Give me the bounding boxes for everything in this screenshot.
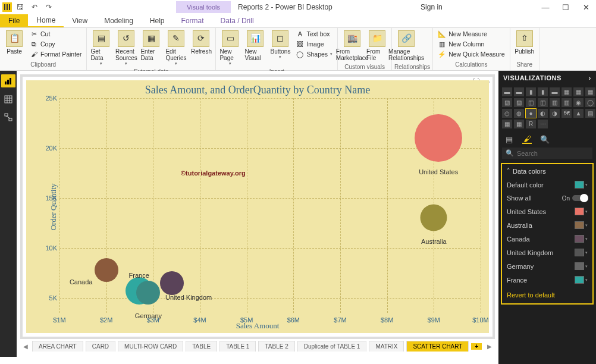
viz-type-11[interactable]: ◫	[538, 98, 548, 107]
manage-relationships-button[interactable]: 🔗Manage Relationships	[394, 29, 418, 62]
color-picker[interactable]: ▾	[575, 235, 588, 243]
color-picker[interactable]: ▾	[575, 276, 588, 284]
viz-type-2[interactable]: ▮	[526, 87, 536, 96]
text-box-button[interactable]: AText box	[293, 29, 335, 39]
data-view-button[interactable]	[2, 93, 14, 105]
viz-type-10[interactable]: ◫	[526, 98, 536, 107]
viz-type-23[interactable]: ▤	[585, 109, 595, 118]
image-button[interactable]: 🖼Image	[293, 39, 335, 49]
minimize-button[interactable]: ―	[535, 0, 556, 14]
viz-type-8[interactable]: ▨	[502, 98, 512, 107]
page-prev-button[interactable]: ◀	[21, 343, 30, 350]
viz-type-4[interactable]: ▬	[550, 87, 560, 96]
viz-type-14[interactable]: ◉	[573, 98, 584, 107]
bubble-germany[interactable]	[136, 281, 160, 305]
save-icon[interactable]: 🖫	[14, 1, 26, 13]
color-picker[interactable]: ▾	[575, 221, 588, 229]
search-input[interactable]	[517, 150, 596, 157]
viz-type-17[interactable]: ◍	[514, 109, 524, 118]
from-marketplace-button[interactable]: 🏬From Marketplace	[340, 29, 364, 62]
new-quick-measure-button[interactable]: ⚡New Quick Measure	[435, 49, 507, 59]
viz-type-21[interactable]: 🗺	[562, 109, 572, 118]
page-tab-matrix[interactable]: MATRIX	[369, 341, 404, 352]
maximize-button[interactable]: ☐	[556, 0, 576, 14]
page-tab-duplicate-of-table-1[interactable]: Duplicate of TABLE 1	[297, 341, 367, 352]
edit-queries-button[interactable]: ✎Edit Queries▾	[164, 29, 188, 67]
paste-button[interactable]: 📋 Paste	[2, 29, 26, 56]
viz-type-7[interactable]: ▦	[585, 87, 595, 96]
viz-type-3[interactable]: ▮	[538, 87, 548, 96]
viz-type-24[interactable]: ▦	[502, 120, 512, 128]
cut-button[interactable]: ✂Cut	[27, 29, 84, 39]
viz-type-0[interactable]: ▬	[502, 87, 512, 96]
color-picker[interactable]: ▾	[575, 262, 588, 270]
viz-type-20[interactable]: ◑	[550, 109, 560, 118]
page-tab-table[interactable]: TABLE	[186, 341, 217, 352]
new-measure-button[interactable]: 📐New Measure	[435, 29, 507, 39]
model-view-button[interactable]	[2, 111, 14, 123]
get-data-button[interactable]: ▤Get Data▾	[89, 29, 113, 67]
viz-type-9[interactable]: ▨	[514, 98, 524, 107]
tab-data-drill[interactable]: Data / Drill	[212, 14, 262, 27]
viz-type-27[interactable]: ⋯	[538, 120, 548, 128]
tab-home[interactable]: Home	[28, 14, 64, 27]
page-tab-scatter-chart[interactable]: SCATTER CHART	[406, 341, 469, 352]
fields-tab-icon[interactable]: ▤	[504, 134, 514, 144]
tab-file[interactable]: File	[0, 14, 28, 27]
viz-type-16[interactable]: ◴	[502, 109, 512, 118]
format-search[interactable]: 🔍	[502, 148, 592, 159]
format-painter-button[interactable]: 🖌Format Painter	[27, 49, 84, 59]
page-tab-card[interactable]: CARD	[86, 341, 115, 352]
page-tab-multi-row-card[interactable]: MULTI-ROW CARD	[118, 341, 183, 352]
from-file-button[interactable]: 📁From File	[365, 29, 389, 62]
recent-sources-button[interactable]: ↺Recent Sources▾	[114, 29, 138, 67]
close-button[interactable]: ✕	[576, 0, 596, 14]
visual-container[interactable]: ⛶ ⋯ Sales Amount, and OrderQuantity by C…	[20, 74, 495, 339]
page-tab-table-2[interactable]: TABLE 2	[258, 341, 294, 352]
analytics-tab-icon[interactable]: 🔍	[540, 134, 550, 144]
refresh-button[interactable]: ⟳Refresh	[189, 29, 213, 56]
default-color-picker[interactable]: ▾	[575, 181, 588, 189]
color-picker[interactable]: ▾	[575, 208, 588, 215]
viz-type-25[interactable]: ▦	[514, 120, 524, 128]
viz-type-6[interactable]: ▦	[573, 87, 584, 96]
sign-in-link[interactable]: Sign in	[421, 3, 443, 11]
visualizations-header[interactable]: VISUALIZATIONS ›	[498, 71, 596, 85]
undo-icon[interactable]: ↶	[29, 1, 40, 13]
tab-modeling[interactable]: Modeling	[96, 14, 142, 27]
shapes-button[interactable]: ◯Shapes ▾	[293, 49, 335, 59]
page-tab-table-1[interactable]: TABLE 1	[219, 341, 256, 352]
color-picker[interactable]: ▾	[575, 249, 588, 256]
report-view-button[interactable]	[1, 74, 15, 87]
viz-type-13[interactable]: ▥	[562, 98, 572, 107]
new-visual-button[interactable]: 📊New Visual	[243, 29, 267, 62]
new-page-button[interactable]: ▭New Page▾	[218, 29, 242, 67]
new-column-button[interactable]: ▥New Column	[435, 39, 507, 49]
page-tab-area-chart[interactable]: AREA CHART	[32, 341, 83, 352]
buttons-button[interactable]: ◻Buttons▾	[268, 29, 292, 61]
bubble-united-kingdom[interactable]	[160, 271, 184, 295]
bubble-united-states[interactable]	[415, 114, 462, 162]
viz-type-22[interactable]: ▲	[573, 109, 584, 118]
revert-to-default-link[interactable]: Revert to default	[502, 287, 592, 303]
data-colors-header[interactable]: ˄ Data colors	[502, 164, 592, 178]
bubble-canada[interactable]	[95, 258, 118, 282]
redo-icon[interactable]: ↷	[43, 1, 55, 13]
viz-type-19[interactable]: ◐	[538, 109, 548, 118]
tab-view[interactable]: View	[64, 14, 96, 27]
bubble-australia[interactable]	[421, 205, 447, 231]
publish-button[interactable]: ⇧Publish	[513, 29, 537, 56]
viz-type-12[interactable]: ▥	[550, 98, 560, 107]
tab-help[interactable]: Help	[142, 14, 173, 27]
viz-type-5[interactable]: ▦	[562, 87, 572, 96]
tab-format[interactable]: Format	[173, 14, 212, 27]
enter-data-button[interactable]: ▦Enter Data	[139, 29, 163, 62]
viz-type-26[interactable]: R	[526, 120, 536, 128]
show-all-toggle[interactable]	[572, 195, 588, 201]
format-tab-icon[interactable]: 🖌	[522, 134, 532, 144]
viz-type-15[interactable]: ◯	[585, 98, 595, 107]
viz-type-18[interactable]: ●	[526, 109, 536, 118]
viz-type-1[interactable]: ▬	[514, 87, 524, 96]
add-page-button[interactable]: +	[471, 343, 482, 350]
copy-button[interactable]: ⧉Copy	[27, 39, 84, 49]
